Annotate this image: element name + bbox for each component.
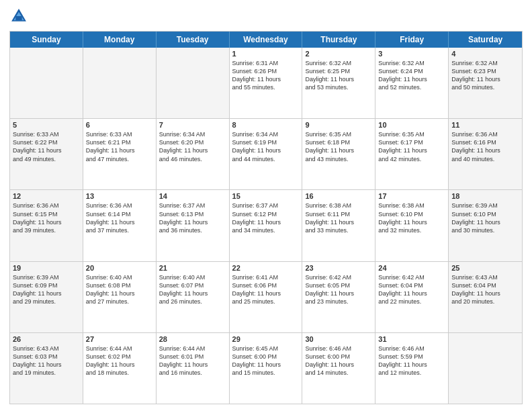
day-number: 25 [451,264,519,272]
day-cell-27: 27Sunrise: 6:44 AM Sunset: 6:02 PM Dayli… [83,333,157,404]
day-info: Sunrise: 6:40 AM Sunset: 6:08 PM Dayligh… [86,273,153,306]
day-info: Sunrise: 6:36 AM Sunset: 6:15 PM Dayligh… [13,201,80,234]
day-number: 4 [451,50,519,58]
day-cell-6: 6Sunrise: 6:33 AM Sunset: 6:21 PM Daylig… [83,119,157,189]
calendar-row-0: 1Sunrise: 6:31 AM Sunset: 6:26 PM Daylig… [10,48,522,118]
day-number: 1 [232,50,300,58]
day-cell-5: 5Sunrise: 6:33 AM Sunset: 6:22 PM Daylig… [10,119,83,189]
day-info: Sunrise: 6:37 AM Sunset: 6:13 PM Dayligh… [159,201,226,234]
day-number: 2 [305,50,372,58]
day-number: 24 [378,264,445,272]
day-info: Sunrise: 6:36 AM Sunset: 6:16 PM Dayligh… [451,130,519,163]
day-info: Sunrise: 6:33 AM Sunset: 6:22 PM Dayligh… [13,130,80,163]
calendar-row-3: 19Sunrise: 6:39 AM Sunset: 6:09 PM Dayli… [10,261,522,332]
day-info: Sunrise: 6:39 AM Sunset: 6:10 PM Dayligh… [451,201,519,234]
day-number: 21 [159,264,226,272]
day-number: 9 [305,121,372,129]
day-info: Sunrise: 6:31 AM Sunset: 6:26 PM Dayligh… [232,59,300,92]
day-info: Sunrise: 6:42 AM Sunset: 6:04 PM Dayligh… [378,273,445,306]
day-info: Sunrise: 6:34 AM Sunset: 6:20 PM Dayligh… [159,130,226,163]
day-number: 5 [13,121,80,129]
calendar-row-1: 5Sunrise: 6:33 AM Sunset: 6:22 PM Daylig… [10,118,522,189]
day-cell-8: 8Sunrise: 6:34 AM Sunset: 6:19 PM Daylig… [230,119,303,189]
day-cell-30: 30Sunrise: 6:46 AM Sunset: 6:00 PM Dayli… [302,333,375,404]
day-info: Sunrise: 6:34 AM Sunset: 6:19 PM Dayligh… [232,130,300,163]
day-info: Sunrise: 6:46 AM Sunset: 5:59 PM Dayligh… [378,345,445,377]
day-number: 22 [232,264,300,272]
day-number: 3 [378,50,445,58]
day-number: 23 [305,264,372,272]
calendar-body: 1Sunrise: 6:31 AM Sunset: 6:26 PM Daylig… [10,48,522,404]
day-cell-25: 25Sunrise: 6:43 AM Sunset: 6:04 PM Dayli… [449,262,522,332]
day-cell-15: 15Sunrise: 6:37 AM Sunset: 6:12 PM Dayli… [230,190,303,261]
empty-cell-0-2 [157,48,230,118]
day-cell-13: 13Sunrise: 6:36 AM Sunset: 6:14 PM Dayli… [83,190,157,261]
day-info: Sunrise: 6:41 AM Sunset: 6:06 PM Dayligh… [232,273,300,306]
day-info: Sunrise: 6:39 AM Sunset: 6:09 PM Dayligh… [13,273,80,306]
empty-cell-4-6 [449,333,522,404]
day-info: Sunrise: 6:38 AM Sunset: 6:10 PM Dayligh… [378,201,445,234]
day-info: Sunrise: 6:40 AM Sunset: 6:07 PM Dayligh… [159,273,226,306]
header-cell-wednesday: Wednesday [230,32,303,48]
header-cell-saturday: Saturday [449,32,522,48]
day-info: Sunrise: 6:45 AM Sunset: 6:00 PM Dayligh… [232,345,300,377]
day-number: 7 [159,121,226,129]
day-info: Sunrise: 6:35 AM Sunset: 6:18 PM Dayligh… [305,130,372,163]
day-cell-14: 14Sunrise: 6:37 AM Sunset: 6:13 PM Dayli… [157,190,230,261]
header-cell-thursday: Thursday [302,32,375,48]
logo [9,7,31,26]
day-cell-10: 10Sunrise: 6:35 AM Sunset: 6:17 PM Dayli… [375,119,449,189]
day-number: 28 [159,335,226,343]
day-number: 30 [305,335,372,343]
day-info: Sunrise: 6:43 AM Sunset: 6:04 PM Dayligh… [451,273,519,306]
day-cell-23: 23Sunrise: 6:42 AM Sunset: 6:05 PM Dayli… [302,262,375,332]
day-cell-11: 11Sunrise: 6:36 AM Sunset: 6:16 PM Dayli… [449,119,522,189]
day-number: 6 [86,121,153,129]
day-cell-16: 16Sunrise: 6:38 AM Sunset: 6:11 PM Dayli… [302,190,375,261]
day-info: Sunrise: 6:46 AM Sunset: 6:00 PM Dayligh… [305,345,372,377]
calendar: SundayMondayTuesdayWednesdayThursdayFrid… [9,31,523,404]
calendar-row-2: 12Sunrise: 6:36 AM Sunset: 6:15 PM Dayli… [10,189,522,261]
day-cell-12: 12Sunrise: 6:36 AM Sunset: 6:15 PM Dayli… [10,190,83,261]
day-number: 20 [86,264,153,272]
day-info: Sunrise: 6:42 AM Sunset: 6:05 PM Dayligh… [305,273,372,306]
day-number: 13 [86,192,153,200]
day-cell-22: 22Sunrise: 6:41 AM Sunset: 6:06 PM Dayli… [230,262,303,332]
day-info: Sunrise: 6:38 AM Sunset: 6:11 PM Dayligh… [305,201,372,234]
day-cell-19: 19Sunrise: 6:39 AM Sunset: 6:09 PM Dayli… [10,262,83,332]
day-cell-17: 17Sunrise: 6:38 AM Sunset: 6:10 PM Dayli… [375,190,449,261]
day-info: Sunrise: 6:43 AM Sunset: 6:03 PM Dayligh… [13,345,80,377]
day-number: 18 [451,192,519,200]
header-cell-friday: Friday [375,32,449,48]
day-cell-26: 26Sunrise: 6:43 AM Sunset: 6:03 PM Dayli… [10,333,83,404]
day-number: 14 [159,192,226,200]
day-number: 15 [232,192,300,200]
day-cell-3: 3Sunrise: 6:32 AM Sunset: 6:24 PM Daylig… [375,48,449,118]
day-info: Sunrise: 6:37 AM Sunset: 6:12 PM Dayligh… [232,201,300,234]
day-number: 27 [86,335,153,343]
day-number: 10 [378,121,445,129]
day-cell-31: 31Sunrise: 6:46 AM Sunset: 5:59 PM Dayli… [375,333,449,404]
day-cell-20: 20Sunrise: 6:40 AM Sunset: 6:08 PM Dayli… [83,262,157,332]
logo-icon [9,7,28,26]
day-cell-24: 24Sunrise: 6:42 AM Sunset: 6:04 PM Dayli… [375,262,449,332]
day-number: 26 [13,335,80,343]
calendar-row-4: 26Sunrise: 6:43 AM Sunset: 6:03 PM Dayli… [10,332,522,404]
day-number: 17 [378,192,445,200]
day-info: Sunrise: 6:35 AM Sunset: 6:17 PM Dayligh… [378,130,445,163]
header [9,7,523,26]
day-info: Sunrise: 6:33 AM Sunset: 6:21 PM Dayligh… [86,130,153,163]
day-number: 8 [232,121,300,129]
day-info: Sunrise: 6:32 AM Sunset: 6:23 PM Dayligh… [451,59,519,92]
empty-cell-0-0 [10,48,83,118]
day-number: 31 [378,335,445,343]
day-number: 29 [232,335,300,343]
day-cell-1: 1Sunrise: 6:31 AM Sunset: 6:26 PM Daylig… [230,48,303,118]
day-cell-7: 7Sunrise: 6:34 AM Sunset: 6:20 PM Daylig… [157,119,230,189]
day-info: Sunrise: 6:36 AM Sunset: 6:14 PM Dayligh… [86,201,153,234]
day-cell-21: 21Sunrise: 6:40 AM Sunset: 6:07 PM Dayli… [157,262,230,332]
day-cell-29: 29Sunrise: 6:45 AM Sunset: 6:00 PM Dayli… [230,333,303,404]
day-cell-2: 2Sunrise: 6:32 AM Sunset: 6:25 PM Daylig… [302,48,375,118]
day-number: 12 [13,192,80,200]
day-info: Sunrise: 6:44 AM Sunset: 6:02 PM Dayligh… [86,345,153,377]
